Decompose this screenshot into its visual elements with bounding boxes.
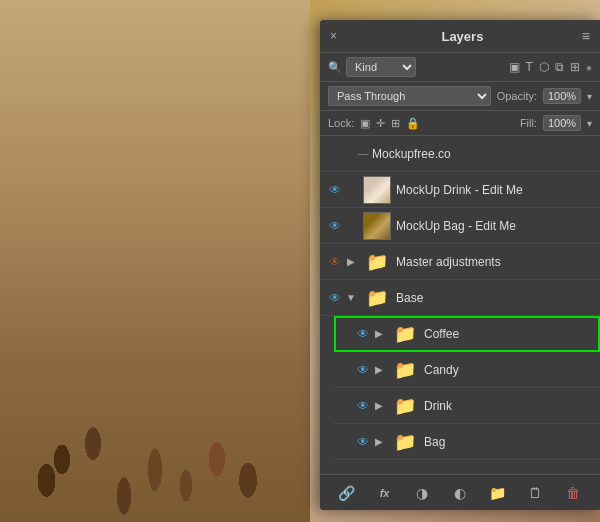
folder-shape-candy: 📁	[394, 359, 416, 381]
shape-filter-icon[interactable]: ⬡	[539, 60, 549, 74]
lock-label: Lock:	[328, 117, 354, 129]
layer-item-coffee[interactable]: 👁 ▶ 📁 Coffee	[334, 316, 600, 352]
eye-icon-master-adjustments[interactable]: 👁	[326, 253, 344, 271]
panel-menu-icon[interactable]: ≡	[582, 28, 590, 44]
add-adjustment-button[interactable]: ◐	[449, 482, 471, 504]
blend-mode-select[interactable]: Pass Through Normal Multiply Screen Over…	[328, 86, 491, 106]
adjustment-filter-icon[interactable]: ⊞	[570, 60, 580, 74]
lock-artboard-icon[interactable]: ⊞	[391, 117, 400, 130]
layer-item-master-adjustments[interactable]: 👁 ▶ 📁 Master adjustments	[320, 244, 600, 280]
opacity-label: Opacity:	[497, 90, 537, 102]
layer-name-master-adjustments: Master adjustments	[396, 255, 594, 269]
layer-name-base: Base	[396, 291, 594, 305]
expand-drink[interactable]: ▶	[372, 399, 386, 413]
layer-name-drink: Drink	[424, 399, 594, 413]
filter-dot: ●	[586, 62, 592, 73]
close-icon[interactable]: ×	[330, 29, 337, 43]
new-folder-button[interactable]: 📁	[487, 482, 509, 504]
eye-icon-drink[interactable]: 👁	[354, 397, 372, 415]
thumb-mockup-bag	[363, 212, 391, 240]
layers-list: 👁 — Mockupfree.co 👁 MockUp Drink - Edit …	[320, 136, 600, 474]
smart-filter-icon[interactable]: ⧉	[555, 60, 564, 74]
dash-icon-mockupfree: —	[358, 148, 368, 159]
link-button[interactable]: 🔗	[336, 482, 358, 504]
folder-icon-candy: 📁	[391, 356, 419, 384]
folder-shape-base: 📁	[366, 287, 388, 309]
panel-toolbar: 🔗 fx ◑ ◐ 📁 🗒 🗑	[320, 474, 600, 510]
expand-coffee[interactable]: ▶	[372, 327, 386, 341]
layer-name-candy: Candy	[424, 363, 594, 377]
folder-icon-bag: 📁	[391, 428, 419, 456]
layer-item-bag[interactable]: 👁 ▶ 📁 Bag	[334, 424, 600, 460]
expand-master-adjustments[interactable]: ▶	[344, 255, 358, 269]
add-mask-button[interactable]: ◑	[411, 482, 433, 504]
pixel-filter-icon[interactable]: ▣	[509, 60, 520, 74]
eye-icon-bag[interactable]: 👁	[354, 433, 372, 451]
layer-item-mockup-bag[interactable]: 👁 MockUp Bag - Edit Me	[320, 208, 600, 244]
folder-icon-master-adjustments: 📁	[363, 248, 391, 276]
folder-shape-drink: 📁	[394, 395, 416, 417]
eye-icon-base[interactable]: 👁	[326, 289, 344, 307]
layer-name-mockup-drink: MockUp Drink - Edit Me	[396, 183, 594, 197]
layer-item-drink[interactable]: 👁 ▶ 📁 Drink	[334, 388, 600, 424]
new-layer-button[interactable]: 🗒	[524, 482, 546, 504]
eye-icon-candy[interactable]: 👁	[354, 361, 372, 379]
fill-value[interactable]: 100%	[543, 115, 581, 131]
panel-title: Layers	[441, 29, 483, 44]
type-filter-icon[interactable]: T	[526, 60, 533, 74]
layer-name-coffee: Coffee	[424, 327, 594, 341]
fx-button[interactable]: fx	[374, 482, 396, 504]
folder-icon-base: 📁	[363, 284, 391, 312]
fill-arrow[interactable]: ▾	[587, 118, 592, 129]
folder-icon-coffee: 📁	[391, 320, 419, 348]
expand-candy[interactable]: ▶	[372, 363, 386, 377]
lock-icons: ▣ ✛ ⊞ 🔒	[360, 117, 420, 130]
opacity-arrow[interactable]: ▾	[587, 91, 592, 102]
folder-shape-master: 📁	[366, 251, 388, 273]
filter-search-icon: 🔍	[328, 61, 342, 74]
layer-item-candy[interactable]: 👁 ▶ 📁 Candy	[334, 352, 600, 388]
folder-shape-coffee: 📁	[394, 323, 416, 345]
lock-pixels-icon[interactable]: ▣	[360, 117, 370, 130]
layer-name-mockup-bag: MockUp Bag - Edit Me	[396, 219, 594, 233]
delete-button[interactable]: 🗑	[562, 482, 584, 504]
lock-position-icon[interactable]: ✛	[376, 117, 385, 130]
expand-base[interactable]: ▼	[344, 291, 358, 305]
filter-kind-select[interactable]: Kind Name Effect Mode	[346, 57, 416, 77]
coffee-beans-visual	[0, 0, 310, 522]
eye-icon-coffee[interactable]: 👁	[354, 325, 372, 343]
blend-mode-bar: Pass Through Normal Multiply Screen Over…	[320, 82, 600, 111]
filter-icons-row: ▣ T ⬡ ⧉ ⊞ ●	[509, 60, 592, 74]
layer-item-mockupfree[interactable]: 👁 — Mockupfree.co	[320, 136, 600, 172]
layers-panel: × Layers ≡ 🔍 Kind Name Effect Mode ▣ T ⬡…	[320, 20, 600, 510]
filter-bar: 🔍 Kind Name Effect Mode ▣ T ⬡ ⧉ ⊞ ●	[320, 53, 600, 82]
opacity-value[interactable]: 100%	[543, 88, 581, 104]
fill-label: Fill:	[520, 117, 537, 129]
eye-icon-mockup-bag[interactable]: 👁	[326, 217, 344, 235]
layer-item-mockup-drink[interactable]: 👁 MockUp Drink - Edit Me	[320, 172, 600, 208]
lock-bar: Lock: ▣ ✛ ⊞ 🔒 Fill: 100% ▾	[320, 111, 600, 136]
eye-icon-mockup-drink[interactable]: 👁	[326, 181, 344, 199]
folder-shape-bag: 📁	[394, 431, 416, 453]
panel-header: × Layers ≡	[320, 20, 600, 53]
layer-name-mockupfree: Mockupfree.co	[372, 147, 594, 161]
layer-name-bag: Bag	[424, 435, 594, 449]
lock-all-icon[interactable]: 🔒	[406, 117, 420, 130]
layer-item-base[interactable]: 👁 ▼ 📁 Base	[320, 280, 600, 316]
expand-bag[interactable]: ▶	[372, 435, 386, 449]
folder-icon-drink: 📁	[391, 392, 419, 420]
thumb-mockup-drink	[363, 176, 391, 204]
